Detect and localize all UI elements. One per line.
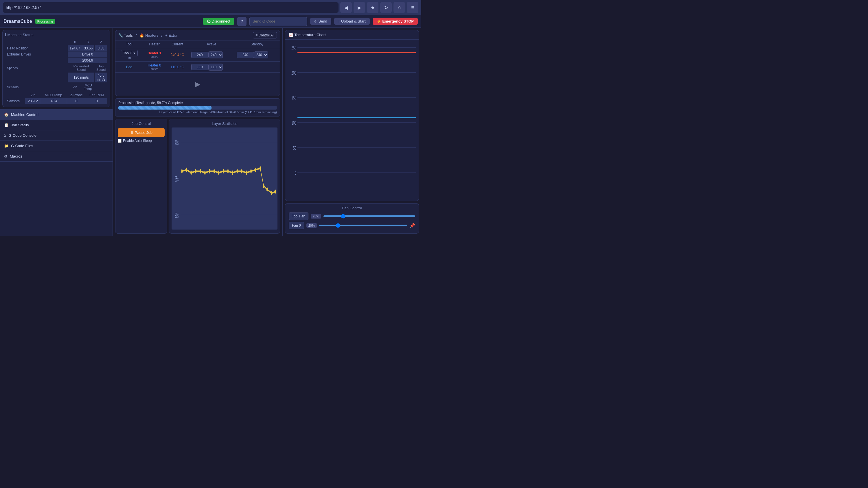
svg-point-22 (255, 168, 256, 172)
fan-rpm-value: 0 (86, 98, 107, 104)
standby-temp-0-select[interactable]: 240 (254, 52, 268, 58)
sep2: / (161, 33, 163, 38)
fan0-slider[interactable] (319, 225, 407, 226)
col-tool: Tool (116, 40, 143, 48)
svg-text:250: 250 (291, 45, 296, 51)
svg-point-19 (241, 169, 243, 173)
macros-icon: ⚙ (4, 154, 7, 158)
help-button[interactable]: ? (237, 17, 247, 26)
sidebar-item-machine-control[interactable]: 🏠 Machine Control (0, 109, 113, 120)
pause-job-button[interactable]: ⏸ Pause Job (118, 128, 165, 137)
upload-button[interactable]: ↑ Upload & Start (334, 18, 370, 25)
tool-fan-slider[interactable] (323, 216, 415, 217)
svg-point-15 (223, 169, 224, 173)
mcu-temp-value: 40.4 (41, 98, 67, 104)
layer-chart-svg: 40s 35s 30s (172, 128, 277, 230)
active-temp-0-select[interactable]: 240 (209, 52, 223, 58)
fan0-pin-button[interactable]: 📌 (409, 223, 415, 228)
col-standby: Standby (235, 40, 280, 48)
svg-text:35s: 35s (175, 175, 179, 183)
active-temp-bed[interactable] (191, 64, 209, 70)
svg-point-25 (267, 187, 268, 192)
extruder-drives-label: Extruder Drives (5, 52, 68, 58)
tools-header: 🔧 Tools / 🔥 Heaters / + Extra ≡ Control … (116, 30, 280, 40)
layer-chart-area: 40s 35s 30s (172, 128, 277, 230)
sidebar-item-gcode-files[interactable]: 📁 G-Code Files (0, 141, 113, 151)
vin-header: Vin (68, 83, 82, 92)
bookmark-button[interactable]: ★ (367, 2, 378, 13)
svg-text:0: 0 (294, 170, 296, 176)
fanrpm-th: Fan RPM (86, 92, 107, 98)
fan-control-panel: Fan Control Tool Fan 20% Fan 0 20% 📌 (285, 203, 419, 234)
svg-point-10 (199, 169, 201, 173)
active-temp-bed-select[interactable]: 110 (209, 64, 223, 70)
app-header: DreamsCube Processing ⏻ Disconnect ? ✈ S… (0, 15, 421, 28)
drive0-label: Drive 0 (68, 52, 107, 58)
tool0-button[interactable]: Tool 0 ▾ (121, 50, 138, 56)
svg-point-18 (237, 169, 238, 173)
sensors-label: Sensors (5, 83, 68, 92)
play-area: ▶ (116, 72, 280, 96)
svg-text:40s: 40s (175, 138, 179, 147)
gcode-files-icon: 📁 (4, 144, 9, 148)
svg-point-6 (181, 169, 183, 173)
heater1-label: Heater 1 (148, 51, 161, 55)
tools-tab[interactable]: 🔧 Tools (118, 33, 133, 38)
sidebar-item-gcode-console[interactable]: ≥ G-Code Console (0, 130, 113, 141)
machine-control-label: Machine Control (11, 112, 38, 117)
bed-label: Bed (126, 65, 132, 69)
svg-point-27 (275, 189, 276, 194)
svg-point-17 (232, 170, 233, 175)
svg-point-26 (271, 191, 273, 195)
sep1: / (136, 33, 137, 38)
progress-area: Processing Test1.gcode, 58.7% Complete L… (115, 98, 280, 117)
middle-panel: 🔧 Tools / 🔥 Heaters / + Extra ≡ Control … (113, 28, 282, 236)
progress-text: Processing Test1.gcode, 58.7% Complete (118, 101, 277, 105)
top-speed-value: 40.5 mm/s (95, 72, 107, 83)
svg-point-12 (209, 169, 210, 173)
send-button[interactable]: ✈ Send (310, 18, 331, 25)
extra-tab[interactable]: + Extra (165, 33, 177, 38)
play-cursor-icon: ▶ (195, 80, 200, 88)
x-value: 124.67 (68, 45, 82, 52)
layer-stats-panel: Layer Statistics 40s 35s 30s (169, 119, 280, 234)
progress-bar-bg (118, 106, 277, 109)
tool-fan-button[interactable]: Tool Fan (289, 213, 308, 220)
z-probe-value: 0 (67, 98, 86, 104)
forward-button[interactable]: ▶ (353, 2, 365, 13)
refresh-button[interactable]: ↻ (380, 2, 392, 13)
fan-control-title: Fan Control (289, 206, 415, 210)
svg-text:150: 150 (291, 95, 296, 101)
svg-text:200: 200 (291, 70, 296, 76)
heaters-tab[interactable]: 🔥 Heaters (140, 33, 158, 38)
svg-point-21 (250, 169, 252, 173)
tools-table: Tool Heater Current Active Standby Tool … (116, 40, 280, 72)
active-temp-0[interactable] (191, 52, 209, 58)
col-current: Current (166, 40, 189, 48)
disconnect-button[interactable]: ⏻ Disconnect (203, 18, 235, 25)
control-all-button[interactable]: ≡ Control All (253, 32, 277, 38)
sensors-table: Vin MCU Temp. Z-Probe Fan RPM Sensors 23… (5, 92, 107, 104)
tools-section: 🔧 Tools / 🔥 Heaters / + Extra ≡ Control … (115, 30, 280, 96)
machine-control-icon: 🏠 (4, 112, 9, 117)
sidebar-item-macros[interactable]: ⚙ Macros (0, 151, 113, 162)
top-speed-header: Top Speed (95, 64, 107, 72)
svg-text:30s: 30s (175, 211, 179, 220)
gcode-files-label: G-Code Files (11, 144, 33, 148)
temp-chart-title: 📈 Temperature Chart (289, 33, 415, 37)
home-button[interactable]: ⌂ (394, 2, 405, 13)
fan0-row: Fan 0 20% 📌 (289, 222, 415, 229)
z-value: 3.03 (95, 45, 107, 52)
back-button[interactable]: ◀ (340, 2, 352, 13)
auto-sleep-checkbox[interactable] (118, 139, 122, 143)
svg-point-11 (204, 170, 206, 175)
menu-button[interactable]: ≡ (407, 2, 418, 13)
fan0-button[interactable]: Fan 0 (289, 222, 304, 229)
gcode-input[interactable] (249, 17, 307, 26)
url-bar[interactable] (3, 2, 339, 13)
standby-temp-0[interactable] (237, 52, 254, 58)
browser-chrome: ◀ ▶ ★ ↻ ⌂ ≡ (0, 0, 421, 15)
emergency-stop-button[interactable]: ⚡ Emergency STOP (373, 18, 418, 25)
mcu-th: MCU Temp. (41, 92, 67, 98)
sidebar-item-job-status[interactable]: 📋 Job Status (0, 120, 113, 130)
